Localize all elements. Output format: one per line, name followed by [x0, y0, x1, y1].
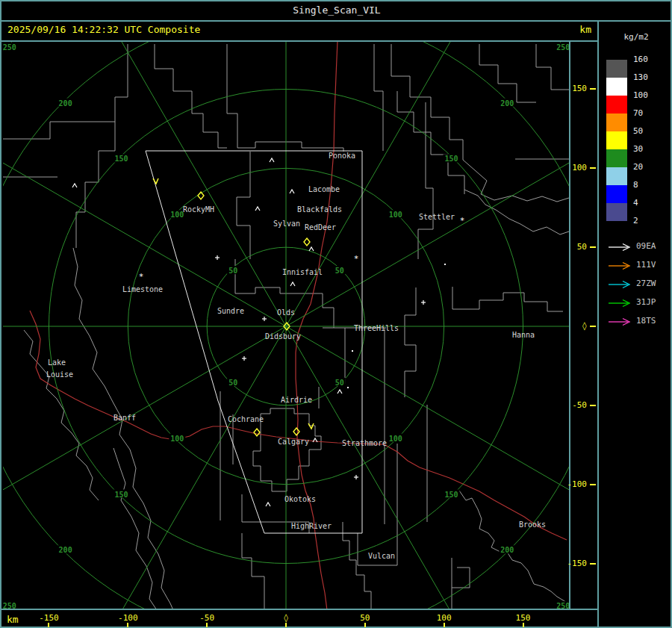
- city-label: Didsbury: [265, 332, 301, 341]
- radial-spoke: [1, 326, 286, 610]
- star-marker: *: [354, 254, 359, 264]
- bottom-axis-unit: km: [7, 614, 19, 625]
- timestamp: 2025/09/16 14:22:32 UTC Composite: [7, 24, 200, 35]
- legend-color-block: [606, 60, 627, 78]
- legend-color-block: [606, 149, 627, 167]
- radial-spoke: [286, 40, 569, 326]
- right-axis-tick: [590, 405, 596, 406]
- city-label: Blackfalds: [297, 205, 342, 214]
- dot-marker: [347, 387, 349, 388]
- city-label: RedDeer: [305, 223, 336, 231]
- radar-map[interactable]: 5050505010010010010015015015015020020020…: [1, 40, 569, 610]
- county-boundary: [1, 44, 128, 139]
- track-arrow-icon: [608, 243, 635, 252]
- right-axis-tick-label: 50: [557, 242, 587, 252]
- track-arrow-icon: [608, 299, 635, 308]
- radar-site-diamond: [304, 238, 310, 246]
- ring-distance-label: 150: [444, 155, 458, 163]
- city-label: Cochrane: [228, 415, 264, 423]
- radar-site-diamond: [293, 428, 299, 435]
- radar-site-diamond: [254, 429, 260, 436]
- city-label: Calgary: [278, 438, 309, 446]
- city-label: Lacombe: [308, 185, 340, 193]
- caret-marker: [255, 207, 260, 211]
- city-label: Limestone: [122, 285, 163, 293]
- bottom-axis-tick-label: ◊: [264, 613, 308, 623]
- legend-color-block: [606, 203, 627, 221]
- radial-spoke: [1, 40, 286, 326]
- track-arrow-icon: [608, 261, 635, 270]
- county-boundary: [479, 44, 536, 102]
- bottom-axis-tick-label: 100: [422, 613, 467, 623]
- legend-color-block: [606, 96, 627, 114]
- ring-distance-label: 100: [389, 435, 402, 443]
- county-boundary: [242, 533, 264, 610]
- right-axis-tick: [590, 563, 596, 565]
- legend-color-block: [606, 114, 627, 131]
- county-boundary: [374, 44, 383, 151]
- city-label: Lake: [48, 358, 66, 367]
- legend-scale-label: 70: [633, 108, 663, 118]
- ring-distance-label: 100: [170, 211, 184, 219]
- bottom-axis-tick-label: 50: [343, 613, 388, 623]
- bottom-axis-tick-label: -50: [184, 613, 229, 623]
- city-label: Olds: [277, 308, 295, 317]
- legend-scale-label: 4: [633, 198, 663, 208]
- legend-scale-label: 20: [633, 162, 663, 172]
- track-arrow-icon: [608, 317, 635, 326]
- track-label: 111V: [636, 260, 656, 270]
- dot-marker: [352, 350, 353, 352]
- ring-distance-label: 250: [3, 43, 16, 52]
- legend-scale-label: 100: [633, 90, 663, 100]
- right-axis-tick-label: -100: [557, 479, 587, 489]
- ring-distance-label: 200: [59, 546, 72, 554]
- city-label: Sylvan: [273, 220, 300, 228]
- county-boundary: [343, 522, 371, 610]
- app-window: Single_Scan_VIL 2025/09/16 14:22:32 UTC …: [0, 0, 672, 628]
- right-axis-tick-label: 150: [557, 84, 587, 93]
- right-axis-tick-label: ◊: [557, 321, 587, 331]
- legend-color-block: [606, 167, 627, 185]
- legend-scale-label: 30: [633, 144, 663, 154]
- legend-scale-label: 50: [633, 126, 663, 136]
- city-label: HighRiver: [291, 522, 332, 530]
- right-axis-tick-label: -150: [557, 559, 587, 568]
- county-boundary: [405, 287, 416, 397]
- ring-distance-label: 200: [500, 99, 514, 108]
- bottom-axis-tick-label: -100: [105, 613, 150, 623]
- county-boundary: [24, 330, 99, 500]
- city-label: Airdrie: [281, 396, 312, 404]
- ring-distance-label: 200: [59, 99, 72, 108]
- legend-unit: kg/m2: [599, 32, 672, 42]
- bottom-axis-tick: [444, 623, 445, 627]
- plot-border-top: [1, 40, 597, 42]
- city-label: Sundre: [217, 307, 244, 315]
- ring-distance-label: 150: [444, 491, 458, 499]
- city-label: Brooks: [519, 520, 546, 529]
- dot-marker: [444, 264, 446, 265]
- right-axis-tick: [590, 326, 596, 327]
- ring-distance-label: 50: [335, 267, 344, 275]
- county-boundary: [418, 102, 433, 259]
- bottom-axis-tick: [48, 623, 49, 627]
- ring-distance-label: 50: [335, 379, 344, 387]
- right-axis-tick-label: 100: [557, 163, 587, 172]
- city-label: Strathmore: [342, 439, 387, 447]
- ring-distance-label: 200: [500, 546, 514, 554]
- city-label: Ponoka: [329, 152, 355, 160]
- right-axis-unit: km: [550, 24, 591, 35]
- county-boundary: [73, 248, 173, 610]
- star-marker: *: [139, 272, 144, 282]
- legend-color-block: [606, 185, 627, 203]
- radial-spoke: [1, 326, 286, 610]
- caret-marker: [72, 184, 77, 187]
- ring-distance-label: 100: [170, 435, 184, 443]
- track-label: 27ZW: [636, 279, 656, 288]
- ring-distance-label: 150: [114, 155, 128, 163]
- track-label: 18TS: [636, 316, 656, 326]
- caret-marker: [290, 190, 294, 193]
- bottom-axis-tick: [364, 623, 366, 627]
- track-arrow-icon: [608, 280, 635, 289]
- ring-distance-label: 50: [228, 379, 237, 387]
- storm-motion-arrow: [153, 178, 158, 184]
